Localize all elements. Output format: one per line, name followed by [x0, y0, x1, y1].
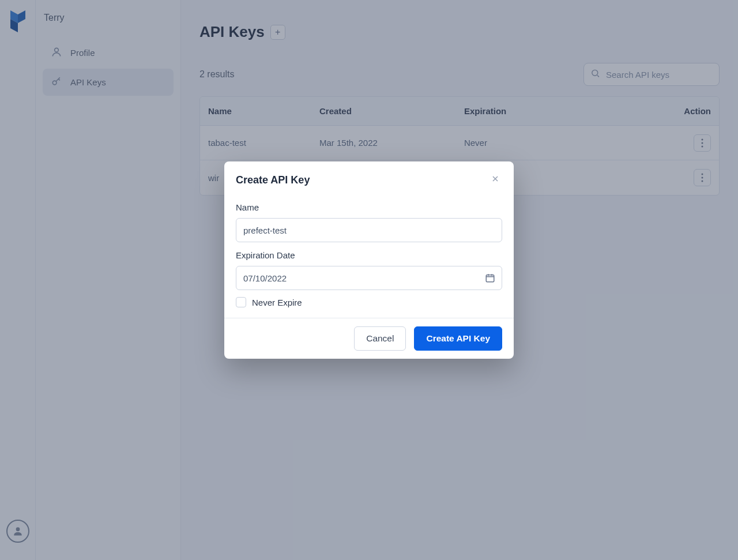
- never-expire-label: Never Expire: [252, 298, 302, 307]
- name-label: Name: [236, 202, 502, 212]
- calendar-icon[interactable]: [485, 273, 495, 285]
- never-expire-checkbox[interactable]: [236, 297, 246, 307]
- close-button[interactable]: [488, 172, 502, 189]
- modal-title: Create API Key: [236, 174, 310, 186]
- close-icon: [491, 174, 500, 186]
- create-api-key-button[interactable]: Create API Key: [414, 326, 502, 351]
- modal-overlay[interactable]: Create API Key Name Expiration Date: [0, 0, 738, 560]
- create-api-key-modal: Create API Key Name Expiration Date: [224, 161, 514, 359]
- svg-rect-13: [486, 275, 494, 282]
- name-input[interactable]: [236, 218, 502, 242]
- cancel-button[interactable]: Cancel: [354, 326, 406, 351]
- expiration-label: Expiration Date: [236, 250, 502, 260]
- expiration-date-input[interactable]: [236, 266, 502, 290]
